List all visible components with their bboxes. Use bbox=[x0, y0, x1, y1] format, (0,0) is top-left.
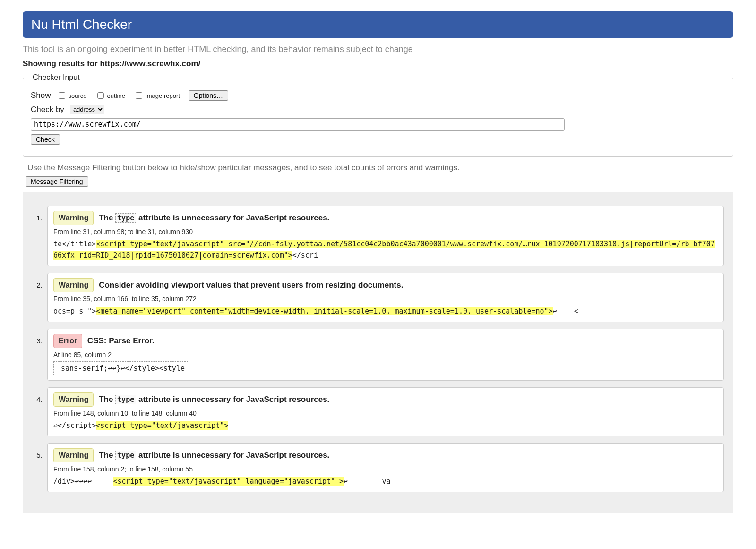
extract-post: </scri bbox=[292, 251, 318, 260]
check-by-select[interactable]: address bbox=[70, 105, 104, 114]
message-text: Consider avoiding viewport values that p… bbox=[99, 280, 403, 289]
extract-highlight: <meta name="viewport" content="width=dev… bbox=[96, 307, 552, 315]
message-text: attribute is unnecessary for JavaScript … bbox=[136, 395, 329, 404]
message-extract: ↩</script><script type="text/javascript"… bbox=[53, 420, 718, 431]
checker-input-fieldset: Checker Input Show source outline image … bbox=[23, 73, 733, 157]
message-extract: /div>↩↩↩↩ <script type="text/javascript"… bbox=[53, 476, 718, 487]
source-checkbox[interactable] bbox=[59, 92, 65, 99]
message-location: From line 35, column 166; to line 35, co… bbox=[53, 295, 718, 303]
message-extract: sans-serif;↩↩}↩</style><style bbox=[53, 361, 718, 375]
show-row: Show source outline image report Options… bbox=[31, 90, 725, 101]
message-location: From line 148, column 10; to line 148, c… bbox=[53, 410, 718, 417]
extract-pre: ocs=p_s_"> bbox=[53, 307, 96, 315]
check-by-row: Check by address bbox=[31, 105, 725, 114]
message-filtering-row: Message Filtering bbox=[26, 176, 733, 187]
message-text: The bbox=[99, 213, 115, 222]
extract-post: ↩ < bbox=[553, 307, 578, 315]
warning-badge: Warning bbox=[53, 448, 94, 462]
outline-checkbox-label[interactable]: outline bbox=[95, 91, 125, 100]
show-label: Show bbox=[31, 91, 51, 100]
warning-badge: Warning bbox=[53, 278, 94, 292]
attr-code: type bbox=[115, 395, 136, 404]
error-badge: Error bbox=[53, 334, 82, 348]
checker-input-legend: Checker Input bbox=[31, 73, 82, 82]
outline-checkbox-text: outline bbox=[107, 92, 125, 99]
message-extract: te</title><script type="text/javascript"… bbox=[53, 238, 718, 261]
message-location: From line 31, column 98; to line 31, col… bbox=[53, 228, 718, 235]
showing-results-prefix: Showing results for bbox=[23, 59, 100, 68]
image-report-checkbox[interactable] bbox=[136, 92, 142, 99]
page-subtitle: This tool is an ongoing experiment in be… bbox=[23, 44, 733, 54]
extract-highlight: <script type="text/javascript" src="//cd… bbox=[53, 240, 715, 260]
message-text: attribute is unnecessary for JavaScript … bbox=[136, 213, 329, 222]
message-header: Warning The type attribute is unnecessar… bbox=[53, 448, 718, 462]
message-text: The bbox=[99, 395, 115, 404]
message-item: Warning Consider avoiding viewport value… bbox=[44, 273, 724, 322]
extract-pre: /div>↩↩↩↩ bbox=[53, 477, 113, 486]
message-card: Error CSS: Parse Error. At line 85, colu… bbox=[47, 329, 724, 381]
source-checkbox-text: source bbox=[69, 92, 87, 99]
extract-pre: te</title> bbox=[53, 240, 96, 248]
page-header: Nu Html Checker bbox=[23, 11, 733, 38]
message-card: Warning The type attribute is unnecessar… bbox=[47, 443, 724, 492]
source-checkbox-label[interactable]: source bbox=[57, 91, 87, 100]
filter-note: Use the Message Filtering button below t… bbox=[27, 163, 733, 173]
message-header: Warning The type attribute is unnecessar… bbox=[53, 211, 718, 225]
attr-code: type bbox=[115, 451, 136, 460]
image-report-checkbox-label[interactable]: image report bbox=[134, 91, 180, 100]
extract-post: ↩ va bbox=[344, 477, 390, 486]
message-text: attribute is unnecessary for JavaScript … bbox=[136, 451, 329, 460]
message-item: Warning The type attribute is unnecessar… bbox=[44, 206, 724, 266]
results-area: Warning The type attribute is unnecessar… bbox=[23, 192, 733, 513]
extract-boxed: sans-serif;↩↩}↩</style><style bbox=[53, 361, 188, 375]
message-location: At line 85, column 2 bbox=[53, 351, 718, 358]
message-text: CSS: Parse Error. bbox=[87, 336, 155, 345]
message-header: Error CSS: Parse Error. bbox=[53, 334, 718, 348]
messages-list: Warning The type attribute is unnecessar… bbox=[32, 206, 724, 492]
message-card: Warning The type attribute is unnecessar… bbox=[47, 206, 724, 266]
warning-badge: Warning bbox=[53, 211, 94, 225]
showing-results-url: https://www.screwfix.com/ bbox=[100, 59, 200, 68]
options-button[interactable]: Options… bbox=[189, 90, 228, 101]
message-location: From line 158, column 2; to line 158, co… bbox=[53, 465, 718, 473]
message-filtering-button[interactable]: Message Filtering bbox=[26, 176, 88, 187]
message-card: Warning Consider avoiding viewport value… bbox=[47, 273, 724, 322]
message-extract: ocs=p_s_"><meta name="viewport" content=… bbox=[53, 305, 718, 317]
outline-checkbox[interactable] bbox=[97, 92, 104, 99]
check-by-label: Check by bbox=[31, 105, 64, 114]
url-input[interactable] bbox=[31, 118, 565, 131]
message-header: Warning The type attribute is unnecessar… bbox=[53, 392, 718, 407]
showing-results: Showing results for https://www.screwfix… bbox=[23, 59, 733, 69]
extract-highlight: <script type="text/javascript" language=… bbox=[113, 477, 344, 486]
url-row bbox=[31, 118, 725, 131]
check-button[interactable]: Check bbox=[31, 134, 60, 145]
message-card: Warning The type attribute is unnecessar… bbox=[47, 387, 724, 436]
message-text: The bbox=[99, 451, 115, 460]
message-item: Warning The type attribute is unnecessar… bbox=[44, 443, 724, 492]
message-item: Warning The type attribute is unnecessar… bbox=[44, 387, 724, 436]
attr-code: type bbox=[115, 213, 136, 223]
warning-badge: Warning bbox=[53, 392, 94, 407]
image-report-checkbox-text: image report bbox=[146, 92, 180, 99]
page-title: Nu Html Checker bbox=[31, 17, 132, 32]
message-item: Error CSS: Parse Error. At line 85, colu… bbox=[44, 329, 724, 381]
extract-pre: ↩</script> bbox=[53, 421, 96, 430]
extract-highlight: <script type="text/javascript"> bbox=[96, 421, 228, 430]
check-row: Check bbox=[31, 134, 725, 145]
message-header: Warning Consider avoiding viewport value… bbox=[53, 278, 718, 292]
